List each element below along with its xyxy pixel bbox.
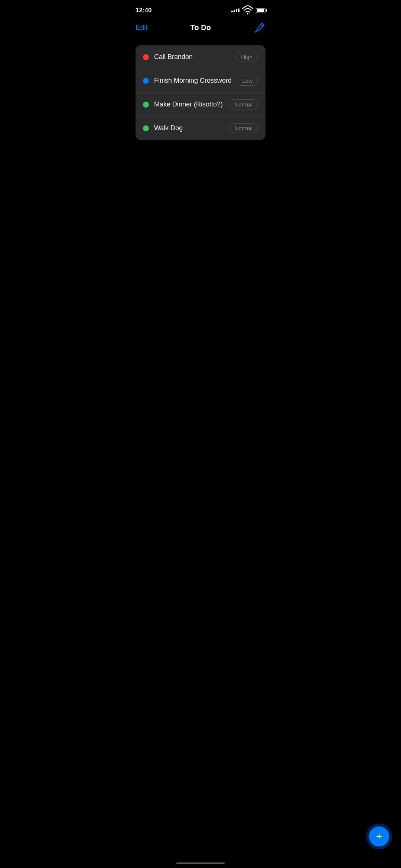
priority-badge: Low [237, 76, 258, 86]
task-label: Walk Dog [154, 124, 183, 132]
task-dot [143, 54, 149, 60]
status-bar: 12:40 [128, 0, 273, 19]
edit-button[interactable]: Edit [136, 23, 148, 32]
task-left: Walk Dog [143, 124, 229, 132]
svg-point-0 [247, 13, 248, 14]
task-dot [143, 125, 149, 131]
task-label: Make Dinner (Risotto?) [154, 101, 223, 108]
priority-badge: Normal [229, 123, 258, 133]
signal-icon [231, 9, 239, 12]
task-dot [143, 78, 149, 84]
wifi-icon [242, 4, 254, 16]
task-left: Call Brandon [143, 53, 235, 61]
task-item[interactable]: Make Dinner (Risotto?) Normal [136, 93, 265, 116]
status-icons [231, 4, 265, 16]
task-left: Finish Morning Crossword [143, 77, 237, 85]
page-title: To Do [190, 23, 211, 32]
task-left: Make Dinner (Risotto?) [143, 101, 229, 108]
battery-icon [256, 8, 265, 13]
task-label: Finish Morning Crossword [154, 77, 232, 85]
status-time: 12:40 [136, 7, 151, 14]
task-item[interactable]: Walk Dog Normal [136, 116, 265, 140]
task-label: Call Brandon [154, 53, 193, 61]
nav-bar: Edit To Do [128, 19, 273, 39]
priority-badge: High [235, 52, 258, 62]
task-item[interactable]: Call Brandon High [136, 45, 265, 69]
priority-badge: Normal [229, 99, 258, 109]
paintbrush-icon[interactable] [254, 22, 265, 33]
task-dot [143, 102, 149, 108]
task-item[interactable]: Finish Morning Crossword Low [136, 69, 265, 93]
task-list: Call Brandon High Finish Morning Crosswo… [136, 45, 265, 140]
